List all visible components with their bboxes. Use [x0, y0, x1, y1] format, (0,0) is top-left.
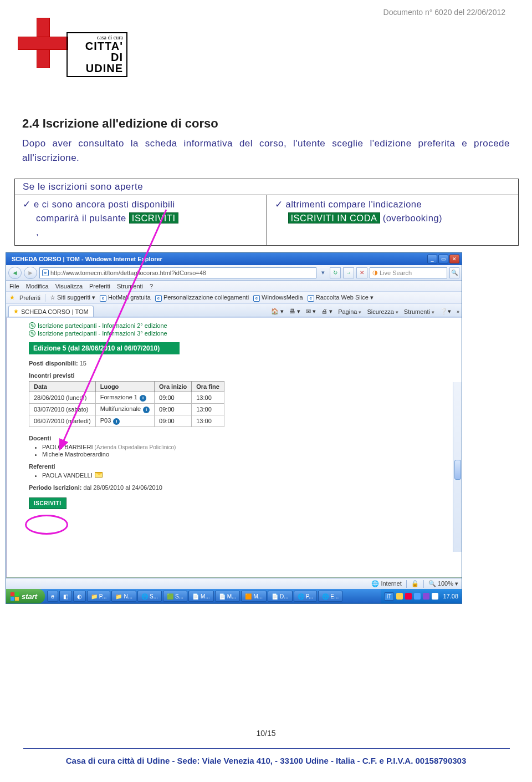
menu-bar: File Modifica Visualizza Preferiti Strum…: [6, 281, 462, 292]
windows-logo-icon: [11, 592, 19, 601]
zoom-level[interactable]: 🔍 100% ▾: [428, 580, 458, 587]
print-button[interactable]: 🖨 ▾: [321, 308, 332, 315]
browser-tab[interactable]: ★ SCHEDA CORSO | TOM: [8, 306, 94, 317]
back-button[interactable]: ◄: [8, 267, 22, 279]
col-fine: Ora fine: [192, 382, 224, 392]
task-item[interactable]: 📁 P...: [87, 591, 111, 602]
section-paragraph: Dopo aver consultato la scheda informati…: [22, 136, 510, 165]
menu-help[interactable]: ?: [150, 283, 153, 290]
iscriviti-button[interactable]: ISCRIVITI: [29, 497, 66, 509]
menu-view[interactable]: Visualizza: [55, 283, 83, 290]
posti-label: Posti disponibili: 15: [29, 360, 456, 367]
home-button[interactable]: 🏠 ▾: [271, 308, 284, 315]
task-buttons: e ◧ ◐ 📁 P... 📁 N... 🌐 S... 🟩 S... 📄 M...…: [47, 591, 342, 602]
tray-icon[interactable]: [432, 593, 438, 600]
quicklaunch-icon[interactable]: ◐: [73, 591, 86, 602]
mail-button[interactable]: ✉ ▾: [306, 308, 316, 315]
referenti-label: Referenti: [29, 463, 456, 470]
task-item[interactable]: 📄 D...: [268, 591, 293, 602]
tray-icon[interactable]: [423, 593, 429, 600]
enrollment-link-2[interactable]: ✎Iscrizione partecipanti - Informazioni …: [29, 322, 456, 329]
clock: 17.08: [443, 593, 458, 600]
logo-line2: CITTA': [71, 40, 123, 52]
search-button[interactable]: 🔍: [449, 267, 459, 278]
footer-divider: [23, 748, 510, 749]
tray-icon[interactable]: [396, 593, 403, 600]
quicklaunch-icon[interactable]: ◧: [59, 591, 72, 602]
maximize-button[interactable]: ▭: [438, 255, 448, 263]
tool-sicurezza[interactable]: Sicurezza ▾: [367, 308, 398, 315]
system-tray: IT 17.08: [381, 589, 462, 603]
star-icon[interactable]: ★: [9, 294, 15, 301]
address-bar[interactable]: e http://www.tomecm.it/tom/dettagliocors…: [39, 267, 316, 278]
vertical-scrollbar[interactable]: [453, 382, 462, 552]
info-box-header: Se le iscrizioni sono aperte: [15, 179, 518, 195]
right-line1: altrimenti compare l'indicazione: [286, 199, 422, 209]
task-item[interactable]: 📁 N...: [111, 591, 136, 602]
task-item[interactable]: 🌐 P...: [294, 591, 318, 602]
suggested-sites[interactable]: ☆ Siti suggeriti ▾: [50, 294, 95, 301]
col-data: Data: [29, 382, 96, 392]
info-box-right: ✓altrimenti compare l'indicazione ISCRIV…: [267, 195, 519, 245]
favlink-personalize[interactable]: ePersonalizzazione collegamenti: [155, 294, 249, 302]
task-item[interactable]: 🟧 M...: [241, 591, 267, 602]
forward-button[interactable]: ►: [24, 267, 37, 279]
mail-icon[interactable]: [95, 472, 103, 478]
favorites-label[interactable]: Preferiti: [19, 294, 40, 301]
task-item[interactable]: 🟩 S...: [163, 591, 187, 602]
tray-icon[interactable]: [414, 593, 421, 600]
address-dropdown[interactable]: ▾: [319, 269, 328, 276]
info-icon[interactable]: i: [113, 418, 120, 425]
col-luogo: Luogo: [95, 382, 154, 392]
menu-file[interactable]: File: [9, 283, 19, 290]
stop-button[interactable]: ✕: [356, 267, 367, 278]
org-logo: casa di cura CITTA' DI UDINE: [17, 17, 127, 69]
language-indicator[interactable]: IT: [384, 592, 395, 601]
quicklaunch-icon[interactable]: e: [47, 591, 58, 602]
refresh-button[interactable]: ↻: [330, 267, 341, 278]
list-item: Michele Mastroberardino: [42, 451, 456, 458]
scroll-thumb[interactable]: [454, 460, 461, 480]
table-row: 06/07/2010 (martedì) P03i 09:00 13:00: [29, 415, 224, 427]
nav-toolbar: ◄ ► e http://www.tomecm.it/tom/dettaglio…: [6, 265, 462, 281]
task-item[interactable]: 🌐 E...: [318, 591, 342, 602]
periodo-iscrizioni: Periodo Iscrizioni: dal 28/05/2010 al 24…: [29, 484, 456, 491]
favlink-hotmail[interactable]: eHotMail gratuita: [100, 294, 151, 302]
left-comma: ,: [23, 225, 259, 239]
referenti-list: PAOLA VANDELLI: [42, 472, 456, 479]
task-item[interactable]: 🌐 S...: [137, 591, 162, 602]
left-line2a: comparirà il pulsante: [36, 213, 129, 223]
favlink-webslice[interactable]: eRaccolta Web Slice ▾: [308, 294, 374, 302]
minimize-button[interactable]: _: [427, 255, 437, 263]
tool-strumenti[interactable]: Strumenti ▾: [404, 308, 434, 315]
go-button[interactable]: →: [343, 267, 354, 278]
menu-favorites[interactable]: Preferiti: [89, 283, 110, 290]
table-row: 03/07/2010 (sabato) Multifunzionalei 09:…: [29, 404, 224, 415]
red-cross-icon: [17, 17, 69, 69]
search-box[interactable]: ◑ Live Search: [370, 267, 447, 278]
footer-text: Casa di cura città di Udine - Sede: Vial…: [0, 756, 532, 765]
doc-reference: Documento n° 6020 del 22/06/2012: [383, 8, 505, 17]
internet-zone: 🌐 Internet: [371, 580, 401, 587]
tray-icon[interactable]: [405, 593, 412, 600]
enrollment-link-3[interactable]: ✎Iscrizione partecipanti - Informazioni …: [29, 330, 456, 337]
info-icon[interactable]: i: [140, 395, 146, 402]
menu-edit[interactable]: Modifica: [26, 283, 49, 290]
meetings-table: Data Luogo Ora inizio Ora fine 28/06/201…: [29, 381, 224, 427]
docenti-list: PAOLO BARBIERI (Azienda Ospedaliera Poli…: [42, 444, 456, 458]
close-button[interactable]: ✕: [449, 255, 459, 263]
favlink-windowsmedia[interactable]: eWindowsMedia: [253, 294, 303, 302]
start-button[interactable]: start: [6, 589, 45, 603]
ie-icon: e: [42, 270, 49, 276]
col-inizio: Ora inizio: [155, 382, 192, 392]
feeds-button[interactable]: 🖶 ▾: [289, 308, 300, 315]
tool-pagina[interactable]: Pagina ▾: [338, 308, 361, 315]
section-title: 2.4 Iscrizione all'edizione di corso: [22, 116, 218, 131]
tool-help[interactable]: ❔▾: [440, 308, 451, 315]
search-placeholder: Live Search: [380, 270, 412, 276]
browser-screenshot: SCHEDA CORSO | TOM - Windows Internet Ex…: [6, 252, 462, 604]
menu-tools[interactable]: Strumenti: [117, 283, 143, 290]
task-item[interactable]: 📄 M...: [188, 591, 214, 602]
info-icon[interactable]: i: [143, 407, 150, 413]
task-item[interactable]: 📄 M...: [215, 591, 241, 602]
